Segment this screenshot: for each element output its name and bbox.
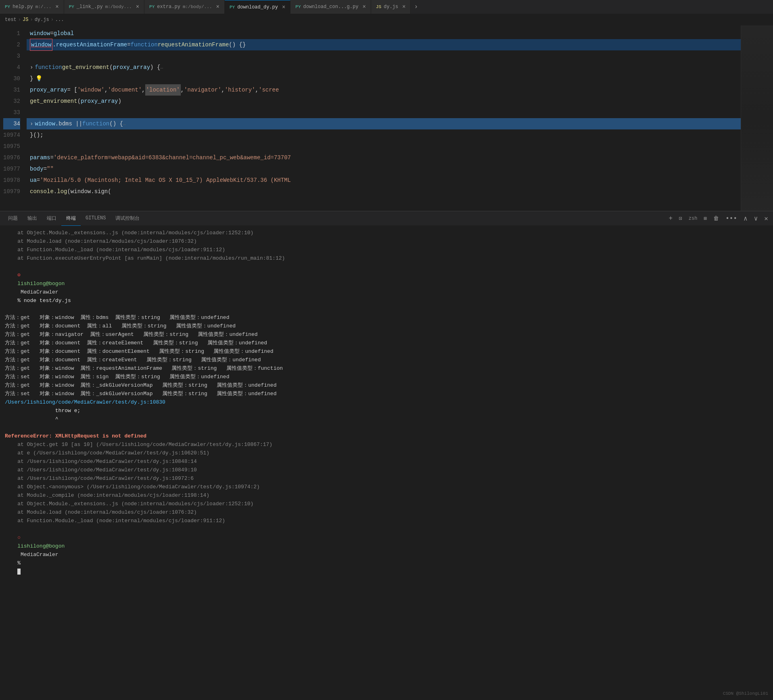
terminal-prompt-final: ○ lishilong@bogon MediaCrawler % [5, 525, 768, 584]
tab-overflow[interactable]: › [411, 3, 421, 10]
tab-icon-downloadconfigpy: PY [295, 4, 301, 9]
panel-add-button[interactable]: + [667, 214, 674, 223]
tab-icon-downloaddypy: PY [230, 5, 235, 10]
panel-split-button[interactable]: ⊡ [677, 215, 684, 223]
tab-bar: PY help.py m:/... × PY _link_.py m:/body… [0, 0, 773, 14]
shell-label: zsh [687, 216, 699, 221]
terminal-line-5: 方法：get 对象：window 属性：bdms 属性类型：string 属性值… [5, 313, 768, 322]
code-line-10974: }(); [27, 129, 741, 141]
panel-collapse-up-button[interactable]: ∧ [742, 214, 749, 223]
terminal-line-8: 方法：get 对象：document 属性：createElement 属性类型… [5, 339, 768, 347]
tab-close-linkpy[interactable]: × [136, 4, 139, 10]
terminal-line-17: ^ [5, 415, 768, 423]
terminal-line-22: at /Users/lishilong/code/MediaCrawler/te… [5, 457, 768, 466]
tab-icon-helppy: PY [5, 4, 10, 9]
code-line-3 [27, 50, 741, 62]
terminal-line-10: 方法：get 对象：document 属性：createEvent 属性类型：s… [5, 356, 768, 364]
panel-tab-debug-console[interactable]: 调试控制台 [111, 211, 144, 226]
tab-close-extrapy[interactable]: × [216, 4, 219, 10]
code-line-34: › window .bdms || function () { … [27, 118, 741, 129]
panel-maximize-button[interactable]: ⊞ [702, 215, 708, 223]
code-line-10979: console . log (window.sign( [27, 186, 741, 197]
terminal-line-18 [5, 423, 768, 432]
terminal-line-20: at Object.get 10 [as 10] (/Users/lishilo… [5, 440, 768, 449]
terminal-line-28: at Module.load (node:internal/modules/cj… [5, 508, 768, 517]
panel-collapse-down-button[interactable]: ∨ [752, 214, 760, 223]
breadcrumb-dyjs[interactable]: dy.js [35, 17, 49, 23]
collapse-arrow-4[interactable]: › [30, 62, 33, 73]
code-line-10975 [27, 141, 741, 152]
panel-tab-output[interactable]: 输出 [23, 211, 42, 226]
terminal-line-3: at Function.executeUserEntryPoint [as ru… [5, 254, 768, 262]
panel-close-button[interactable]: ✕ [763, 214, 770, 223]
tab-close-downloaddypy[interactable]: × [282, 4, 285, 10]
code-line-10977: body = "" [27, 163, 741, 175]
tab-downloaddypy[interactable]: PY download_dy.py × [225, 0, 290, 14]
line-numbers: 1 2 3 4 30 31 32 33 34 10974 10975 10976… [0, 25, 27, 211]
terminal-area[interactable]: at Object.Module._extensions..js (node:i… [0, 225, 773, 700]
circle-icon: ⊙ [17, 272, 24, 278]
code-line-30: } 💡 [27, 73, 741, 84]
terminal-line-21: at e (/Users/lishilong/code/MediaCrawler… [5, 449, 768, 457]
panel-tab-problems[interactable]: 问题 [3, 211, 23, 226]
terminal-line-19: ReferenceError: XMLHttpRequest is not de… [5, 432, 768, 440]
highlight-window: window [30, 39, 52, 51]
terminal-line-16: throw e; [5, 406, 768, 415]
code-line-10976: params = 'device_platform=webapp&aid=638… [27, 152, 741, 163]
circle-icon-2: ○ [17, 535, 24, 541]
breadcrumb-ellipsis: ... [55, 17, 64, 23]
terminal-line-13: 方法：get 对象：window 属性：_sdkGlueVersionMap 属… [5, 381, 768, 390]
terminal-line-7: 方法：get 对象：navigator 属性：userAgent 属性类型：st… [5, 330, 768, 339]
terminal-line-9: 方法：get 对象：document 属性：documentElement 属性… [5, 347, 768, 356]
tab-close-dyjs[interactable]: × [402, 4, 405, 10]
breadcrumb-test[interactable]: test [5, 17, 17, 23]
code-line-4: › function get_enviroment ( proxy_array … [27, 62, 741, 73]
minimap-content [741, 25, 773, 211]
tab-icon-extrapy: PY [149, 4, 155, 9]
terminal-line-23: at /Users/lishilong/code/MediaCrawler/te… [5, 466, 768, 474]
panel-tab-gitlens[interactable]: GITLENS [81, 211, 111, 226]
code-line-33 [27, 107, 741, 118]
tab-close-downloadconfigpy[interactable]: × [362, 4, 366, 10]
watermark: CSDN @ShilongLi01 [723, 691, 768, 696]
code-line-31: proxy_array = [ 'window' , 'document' , … [27, 84, 741, 96]
editor-area: 1 2 3 4 30 31 32 33 34 10974 10975 10976… [0, 25, 773, 211]
panel-more-button[interactable]: ••• [724, 214, 739, 223]
terminal-line-24: at /Users/lishilong/code/MediaCrawler/te… [5, 474, 768, 483]
tab-downloadconfigpy[interactable]: PY download_con...g.py × [290, 0, 371, 14]
terminal-cursor [17, 569, 21, 575]
tab-icon-linkpy: PY [69, 4, 74, 9]
highlight-location: 'location' [145, 84, 181, 96]
code-content[interactable]: window = global window . requestAnimatio… [27, 25, 741, 211]
terminal-line-15: /Users/lishilong/code/MediaCrawler/test/… [5, 398, 768, 406]
terminal-line-12: 方法：set 对象：window 属性：sign 属性类型：string 属性值… [5, 373, 768, 381]
breadcrumb-js[interactable]: JS [23, 17, 28, 23]
collapse-arrow-34[interactable]: › [30, 118, 33, 129]
terminal-line-11: 方法：get 对象：window 属性：requestAnimationFram… [5, 364, 768, 373]
terminal-line-6: 方法：get 对象：document 属性：all 属性类型：string 属性… [5, 322, 768, 330]
tab-close-helppy[interactable]: × [55, 4, 58, 10]
tab-dyjs[interactable]: JS dy.js × [371, 0, 411, 14]
panel-actions: + ⊡ zsh ⊞ 🗑 ••• ∧ ∨ ✕ [667, 214, 770, 223]
panel-tab-ports[interactable]: 端口 [42, 211, 61, 226]
code-line-10978: ua = 'Mozilla/5.0 (Macintosh; Intel Mac … [27, 175, 741, 186]
panel-delete-button[interactable]: 🗑 [712, 215, 721, 223]
terminal-line-1: at Module.load (node:internal/modules/cj… [5, 237, 768, 246]
terminal-line-25: at Object.<anonymous> (/Users/lishilong/… [5, 483, 768, 491]
terminal-line-0: at Object.Module._extensions..js (node:i… [5, 229, 768, 237]
terminal-line-27: at Object.Module._extensions..js (node:i… [5, 500, 768, 508]
terminal-line-14: 方法：set 对象：window 属性：_sdkGlueVersionMap 属… [5, 390, 768, 398]
code-line-2: window . requestAnimationFrame = functio… [27, 39, 741, 50]
minimap[interactable] [741, 25, 773, 211]
lightbulb-icon[interactable]: 💡 [36, 73, 42, 84]
tab-helppy[interactable]: PY help.py m:/... × [0, 0, 64, 14]
terminal-line-26: at Module._compile (node:internal/module… [5, 491, 768, 500]
panel-tabs: 问题 输出 端口 终端 GITLENS 调试控制台 + ⊡ zsh ⊞ 🗑 ••… [0, 211, 773, 225]
panel-tab-terminal[interactable]: 终端 [61, 211, 81, 226]
tab-extrapy[interactable]: PY extra.py m:/body/... × [144, 0, 225, 14]
tab-linkpy[interactable]: PY _link_.py m:/body... × [64, 0, 144, 14]
breadcrumb: test › JS › dy.js › ... [0, 14, 773, 25]
code-line-32: get_enviroment ( proxy_array ) [27, 96, 741, 107]
code-line-1: window = global [27, 28, 741, 39]
terminal-line-2: at Function.Module._load (node:internal/… [5, 246, 768, 254]
